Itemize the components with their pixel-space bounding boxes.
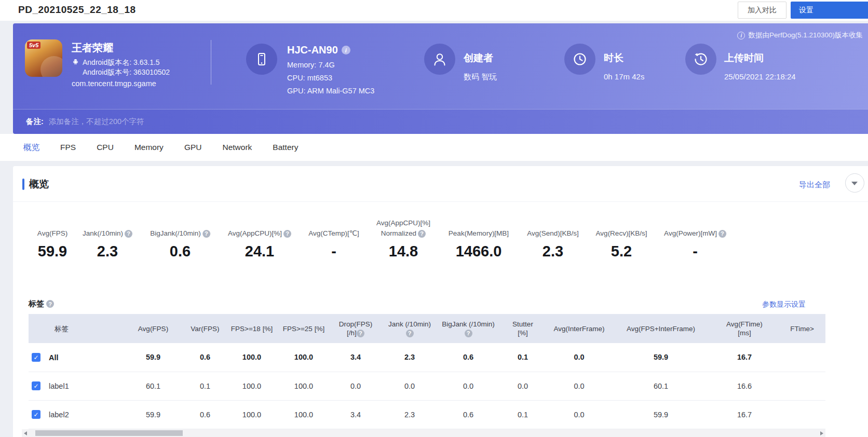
table-cell: 59.9 [122, 400, 184, 429]
header-divider [211, 40, 211, 85]
info-icon[interactable]: i [737, 32, 745, 39]
table-cell: 0.0 [438, 372, 499, 400]
tab-cpu[interactable]: CPU [97, 143, 114, 152]
stat-item: Avg(Send)[KB/s]2.3 [527, 218, 579, 260]
stat-item: Jank(/10min)?2.3 [83, 218, 132, 260]
collector-note: i 数据由PerfDog(5.1.210300)版本收集 [737, 31, 863, 40]
stat-value: - [664, 243, 726, 260]
duration-icon [564, 44, 595, 75]
app-package: com.tencent.tmgp.sgame [72, 79, 156, 88]
column-header: Drop(FPS)[/h]? [330, 314, 382, 343]
display-settings-link[interactable]: 参数显示设置 [762, 300, 806, 309]
scrollbar-thumb[interactable] [35, 430, 183, 436]
scroll-left-arrow-icon[interactable] [24, 431, 27, 435]
column-header: Stutter[%] [499, 314, 547, 343]
tab-fps[interactable]: FPS [60, 143, 76, 152]
tab-overview[interactable]: 概览 [23, 142, 39, 153]
table-cell: 60.1 [612, 372, 710, 400]
android-version-code: Android版本号: 363010502 [83, 67, 170, 77]
table-cell: 100.0 [226, 372, 278, 400]
help-icon[interactable]: ? [718, 230, 726, 238]
device-info-icon[interactable]: i [342, 46, 350, 54]
creator-icon [424, 44, 455, 75]
table-cell: 2.3 [382, 400, 438, 429]
row-checkbox[interactable]: ✓ [32, 410, 40, 419]
tab-memory[interactable]: Memory [134, 143, 164, 152]
help-icon[interactable]: ? [418, 230, 426, 238]
table-cell: 16.7 [710, 400, 779, 429]
stat-label: Avg(Power)[mW]? [664, 218, 726, 239]
stat-label: Jank(/10min)? [83, 218, 132, 239]
table-cell: 0.6 [184, 400, 226, 429]
tab-battery[interactable]: Battery [273, 143, 298, 152]
help-icon[interactable]: ? [465, 330, 472, 337]
help-icon[interactable]: ? [357, 330, 364, 337]
app-android-versions: Android版本名: 3.63.1.5 Android版本号: 3630105… [72, 58, 170, 77]
stat-value: 1466.0 [449, 243, 509, 260]
column-header: BigJank (/10min)? [438, 314, 499, 343]
stat-label: Avg(Send)[KB/s] [527, 218, 579, 239]
note-bar: 备注: 添加备注，不超过200个字符 [13, 109, 868, 134]
stat-value: - [308, 243, 359, 260]
row-checkbox[interactable]: ✓ [32, 353, 40, 362]
stat-item: Avg(AppCPU)[%]Normalized?14.8 [376, 218, 430, 260]
add-to-compare-button[interactable]: 加入对比 [738, 2, 786, 19]
stat-item: Avg(FPS)59.9 [37, 218, 67, 260]
section-title: 概览 [29, 177, 49, 191]
horizontal-scrollbar[interactable] [22, 429, 825, 437]
table-cell: 2.3 [382, 343, 438, 372]
row-label: label2 [49, 411, 69, 419]
column-header: FPS>=25 [%] [278, 314, 330, 343]
scroll-right-arrow-icon[interactable] [820, 431, 823, 435]
tab-network[interactable]: Network [222, 143, 252, 152]
table-cell: 0.1 [499, 400, 547, 429]
table-row: ✓label259.90.6100.0100.03.42.30.60.10.05… [29, 400, 825, 429]
row-checkbox[interactable]: ✓ [32, 381, 40, 390]
column-header: 标签 [29, 314, 122, 343]
collapse-button[interactable] [845, 173, 864, 193]
help-icon[interactable]: ? [125, 230, 132, 238]
note-input[interactable]: 添加备注，不超过200个字符 [49, 117, 868, 127]
help-icon[interactable]: ? [283, 230, 291, 238]
stat-value: 24.1 [228, 243, 291, 260]
stat-value: 59.9 [37, 243, 67, 260]
column-header: FTime> [779, 314, 825, 343]
table-cell: 0.6 [438, 400, 499, 429]
table-cell: 100.0 [278, 343, 330, 372]
settings-button[interactable]: 设置 [791, 2, 868, 19]
table-cell: 100.0 [278, 400, 330, 429]
table-cell: 3.4 [330, 343, 382, 372]
help-icon[interactable]: ? [406, 330, 414, 337]
tab-gpu[interactable]: GPU [184, 143, 202, 152]
stat-value: 0.6 [150, 243, 210, 260]
creator-label: 创建者 [464, 51, 497, 65]
table-cell: 100.0 [278, 372, 330, 400]
column-header: Var(FPS) [184, 314, 226, 343]
creator-value: 数码 智玩 [464, 72, 497, 82]
export-all-link[interactable]: 导出全部 [799, 180, 830, 190]
help-icon[interactable]: ? [46, 300, 54, 308]
table-cell: 59.9 [612, 343, 710, 372]
stat-item: Peak(Memory)[MB]1466.0 [449, 218, 509, 260]
app-icon: 5v5 [25, 39, 62, 77]
chevron-down-icon [851, 182, 858, 185]
device-gpu: GPU: ARM Mali-G57 MC3 [287, 87, 374, 95]
device-model: HJC-AN90 [287, 44, 338, 56]
device-icon [246, 44, 277, 75]
duration-label: 时长 [604, 51, 644, 65]
session-header-card: i 数据由PerfDog(5.1.210300)版本收集 5v5 王者荣耀 An… [13, 23, 868, 134]
section-accent-bar [22, 179, 24, 190]
stat-item: Avg(Recv)[KB/s]5.2 [596, 218, 647, 260]
table-header-row: 标签Avg(FPS)Var(FPS)FPS>=18 [%]FPS>=25 [%]… [29, 314, 825, 343]
table-label-cell: ✓label2 [29, 400, 122, 429]
labels-table: 标签Avg(FPS)Var(FPS)FPS>=18 [%]FPS>=25 [%]… [29, 314, 825, 429]
table-cell: 0.0 [499, 372, 547, 400]
android-version-name: Android版本名: 3.63.1.5 [83, 58, 170, 67]
stat-item: Avg(CTemp)[℃]- [308, 218, 359, 260]
top-bar: PD_20210525_22_18_18 加入对比 设置 [0, 0, 868, 21]
stat-value: 5.2 [596, 243, 647, 260]
page-title: PD_20210525_22_18_18 [18, 4, 136, 16]
labels-section-title: 标签 ? [29, 299, 54, 309]
table-cell: 0.6 [438, 343, 499, 372]
help-icon[interactable]: ? [202, 230, 210, 238]
